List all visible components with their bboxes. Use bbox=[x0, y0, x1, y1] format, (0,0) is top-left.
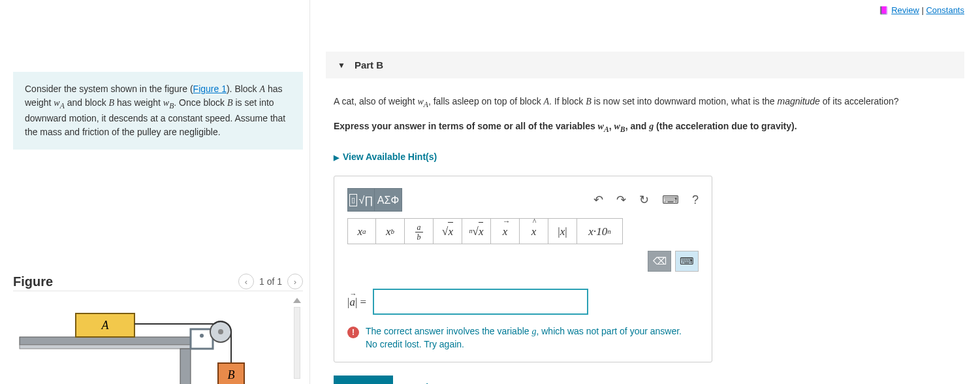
figure-link[interactable]: Figure 1 bbox=[193, 84, 227, 94]
intro-text: Consider the system shown in the figure … bbox=[25, 84, 193, 94]
book-icon bbox=[879, 5, 891, 15]
part-title: Part B bbox=[355, 59, 383, 71]
fraction-button[interactable]: ab bbox=[405, 218, 434, 244]
backspace-button[interactable]: ⌫ bbox=[648, 251, 671, 272]
request-answer-link[interactable]: Request Answer bbox=[498, 380, 569, 384]
keyboard-button[interactable]: ⌨ bbox=[662, 191, 679, 210]
scroll-track[interactable] bbox=[294, 307, 300, 379]
error-icon: ! bbox=[347, 327, 359, 338]
svg-rect-2 bbox=[180, 349, 191, 384]
answer-box: ▯√∏ ΑΣΦ ↶ ↷ ↻ ⌨ ? xa xb bbox=[334, 176, 712, 362]
superscript-button[interactable]: xa bbox=[347, 218, 376, 244]
question-text: A cat, also of weight wA, falls asleep o… bbox=[334, 94, 956, 111]
problem-intro: Consider the system shown in the figure … bbox=[13, 72, 303, 150]
figure-pager-text: 1 of 1 bbox=[259, 276, 282, 287]
svg-rect-1 bbox=[20, 345, 191, 349]
redo-button[interactable]: ↷ bbox=[616, 191, 626, 210]
svg-point-7 bbox=[218, 329, 223, 334]
figure-prev-button[interactable]: ‹ bbox=[238, 274, 254, 289]
constants-link[interactable]: Constants bbox=[926, 5, 964, 15]
figure-pager: ‹ 1 of 1 › bbox=[238, 274, 303, 289]
nth-root-button[interactable]: n√x bbox=[462, 218, 491, 244]
block-a-label: A bbox=[101, 319, 110, 332]
templates-tab[interactable]: ▯√∏ bbox=[347, 188, 375, 212]
figure-heading: Figure bbox=[13, 274, 53, 289]
reset-button[interactable]: ↻ bbox=[639, 191, 649, 210]
keyboard-toggle-button[interactable]: ⌨ bbox=[675, 251, 699, 272]
answer-input[interactable] bbox=[373, 289, 588, 315]
part-header[interactable]: ▼ Part B bbox=[326, 52, 964, 78]
scroll-up-icon[interactable] bbox=[293, 298, 301, 303]
undo-button[interactable]: ↶ bbox=[593, 191, 603, 210]
figure-next-button[interactable]: › bbox=[287, 274, 303, 289]
svg-rect-4 bbox=[191, 329, 213, 349]
svg-point-5 bbox=[200, 334, 204, 338]
feedback-message: ! The correct answer involves the variab… bbox=[347, 325, 699, 351]
figure-diagram: A B bbox=[13, 298, 286, 384]
expand-icon: ▶ bbox=[334, 153, 339, 161]
review-link[interactable]: Review bbox=[891, 5, 919, 15]
answer-label: |a→| = bbox=[347, 293, 366, 311]
submit-button[interactable]: Submit bbox=[334, 376, 393, 384]
vector-button[interactable]: x→ bbox=[491, 218, 520, 244]
sqrt-button[interactable]: √x bbox=[434, 218, 462, 244]
subscript-button[interactable]: xb bbox=[376, 218, 405, 244]
previous-answers-link[interactable]: Previous Answers bbox=[406, 380, 485, 384]
answer-instructions: Express your answer in terms of some or … bbox=[334, 119, 956, 136]
collapse-icon: ▼ bbox=[338, 61, 345, 70]
greek-tab[interactable]: ΑΣΦ bbox=[375, 188, 402, 212]
help-button[interactable]: ? bbox=[692, 191, 699, 210]
figure-scrollbar[interactable] bbox=[291, 298, 303, 379]
block-b-label: B bbox=[228, 368, 235, 381]
sci-notation-button[interactable]: x·10n bbox=[577, 218, 623, 244]
svg-rect-0 bbox=[20, 337, 191, 345]
view-hints-toggle[interactable]: ▶View Available Hint(s) bbox=[334, 150, 956, 164]
abs-button[interactable]: |x| bbox=[548, 218, 577, 244]
hat-button[interactable]: x^ bbox=[520, 218, 548, 244]
